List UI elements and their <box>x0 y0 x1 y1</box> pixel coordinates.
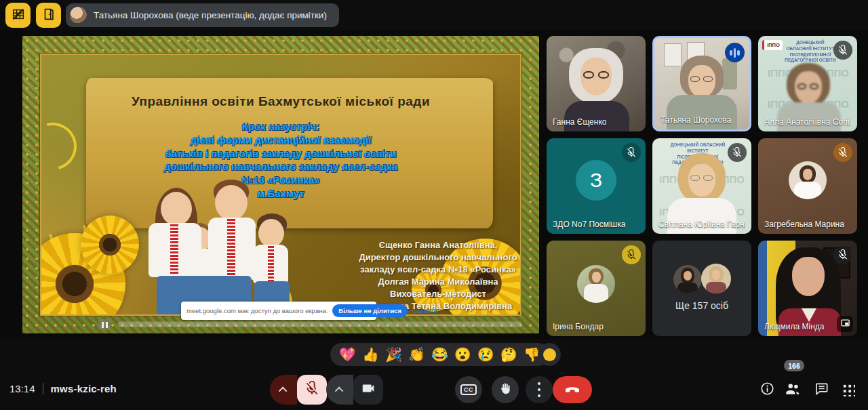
control-bar: 13:14 mws-kzic-reh CC 166 <box>0 369 868 410</box>
participant-avatar <box>673 265 702 293</box>
mic-toggle-button[interactable] <box>297 375 327 405</box>
grid-slash-icon <box>11 7 26 24</box>
video-progress-bar[interactable] <box>117 321 522 327</box>
presenter-avatar <box>70 7 87 24</box>
meeting-stage: Управління освіти Бахмутської міської ра… <box>0 30 868 339</box>
skin-tone-icon <box>543 348 556 361</box>
participant-tile[interactable]: ІППО ДОНЕЦЬКИЙ ОБЛАСНИЙ ІНСТИТУТ ПІСЛЯДИ… <box>758 36 857 131</box>
show-people-button[interactable] <box>784 381 802 398</box>
reaction-heart[interactable]: 💖 <box>339 348 356 361</box>
pip-icon <box>840 318 850 331</box>
camera-toggle-button[interactable] <box>353 375 383 405</box>
subtitle-line: дошкільного навчального закладу ясел-сад… <box>68 160 493 173</box>
more-participants-count: Ще 157 осіб <box>652 300 751 311</box>
camera-icon <box>361 381 376 398</box>
participant-tile-speaking[interactable]: Татьяна Шорохова <box>652 36 751 131</box>
clock-time: 13:14 <box>9 383 35 394</box>
chat-icon <box>814 381 829 399</box>
audio-indicator-icon <box>725 43 745 62</box>
subtitle-line: дієві форми дистанційної взаємодії <box>68 134 493 147</box>
participant-grid: Ганна Єщенко Татьяна Шорохова ІППО ДОНЕЦ… <box>547 36 857 336</box>
hide-banner-link[interactable]: Сховати <box>412 307 437 314</box>
extension-button-1[interactable] <box>5 3 31 28</box>
overflow-participants-tile[interactable]: Ще 157 осіб <box>652 241 751 336</box>
captions-button[interactable]: CC <box>455 376 482 403</box>
reaction-cry[interactable]: 😢 <box>477 348 494 361</box>
credits-line: Вихователь-методист <box>313 288 521 300</box>
mic-off-icon <box>304 381 319 398</box>
chat-button[interactable] <box>812 381 830 398</box>
credits-line: закладу ясел-садка №18 «Росинка» <box>313 264 521 276</box>
mic-muted-icon <box>833 41 852 60</box>
mic-muted-icon <box>622 143 641 162</box>
participant-avatar <box>577 265 615 303</box>
reaction-party[interactable]: 🎉 <box>385 348 402 361</box>
mic-options-button[interactable] <box>270 375 297 405</box>
meeting-details-button[interactable] <box>758 381 776 398</box>
participant-tile[interactable]: Загребельна Марина <box>758 138 857 234</box>
reaction-laugh[interactable]: 😂 <box>431 348 448 361</box>
more-options-button[interactable] <box>526 376 553 403</box>
mic-muted-icon <box>833 143 852 162</box>
credits-line: Єщенко Ганна Анатоліївна, <box>313 239 521 251</box>
participant-count-badge: 166 <box>784 360 804 371</box>
chevron-up-icon <box>278 386 287 395</box>
credits-line: Директор дошкільного навчального <box>313 251 521 264</box>
raise-hand-icon <box>498 382 513 398</box>
screen-share-banner: meet.google.com має доступ до вашого екр… <box>181 302 376 320</box>
presenter-status-pill[interactable]: Татьяна Шорохова (веде презентацію, дода… <box>66 3 339 27</box>
share-banner-text: meet.google.com має доступ до вашого екр… <box>186 307 328 314</box>
info-icon <box>760 381 775 399</box>
top-bar: Татьяна Шорохова (веде презентацію, дода… <box>0 0 868 30</box>
participant-name: Татьяна Шорохова <box>660 115 731 125</box>
camera-button-group <box>326 375 383 405</box>
mic-muted-icon <box>833 245 852 264</box>
participant-name: Світлана Юріївна Гарна <box>658 220 745 229</box>
slide-background: Управління освіти Бахмутської міської ра… <box>40 54 521 316</box>
raise-hand-button[interactable] <box>492 376 519 403</box>
sunflower-decoration <box>81 216 139 274</box>
participant-avatar <box>789 161 827 199</box>
apps-grid-icon <box>842 383 855 396</box>
institute-header: ДОНЕЦЬКИЙ ОБЛАСНИЙ ІНСТИТУТ ПІСЛЯДИПЛОМН… <box>784 40 837 64</box>
participant-tile[interactable]: З ЗДО No7 Посмішка <box>547 138 646 234</box>
reaction-thinking[interactable]: 🤔 <box>500 348 517 361</box>
subtitle-line: Крок назустріч: <box>68 120 493 134</box>
mic-button-group <box>270 375 327 405</box>
participant-name: ЗДО No7 Посмішка <box>553 220 625 229</box>
participant-tile[interactable]: Ганна Єщенко <box>547 36 646 131</box>
mic-muted-icon <box>728 143 747 162</box>
participant-name: Загребельна Марина <box>764 220 844 229</box>
participant-name: Ганна Єщенко <box>553 117 606 127</box>
shared-presentation: Управління освіти Бахмутської міської ра… <box>22 36 539 333</box>
door-icon <box>41 7 56 24</box>
pause-button[interactable] <box>98 319 111 330</box>
stop-sharing-button[interactable]: Більше не ділитися <box>332 304 408 317</box>
mic-muted-icon <box>622 245 641 264</box>
pip-button[interactable] <box>837 316 853 332</box>
camera-options-button[interactable] <box>326 375 353 405</box>
slide-title: Управління освіти Бахмутської міської ра… <box>68 94 493 109</box>
avatar-letter: З <box>576 160 616 201</box>
participant-name: Ірина Бондар <box>553 322 604 331</box>
participant-tile[interactable]: ДОНЕЦЬКИЙ ОБЛАСНИЙ ІНСТИТУТ ПІСЛЯДИПЛОМН… <box>652 138 751 234</box>
end-call-icon <box>564 380 581 400</box>
reaction-surprised[interactable]: 😮 <box>454 348 471 361</box>
captions-icon: CC <box>460 384 477 395</box>
subtitle-line: батьків і педагогів закладу дошкільної о… <box>68 147 493 161</box>
activities-button[interactable] <box>840 381 857 398</box>
reaction-thumbs-up[interactable]: 👍 <box>362 348 379 361</box>
end-call-button[interactable] <box>553 376 592 403</box>
meeting-code: mws-kzic-reh <box>51 383 117 394</box>
participant-avatar <box>701 264 731 293</box>
chevron-up-icon <box>334 386 343 395</box>
credits-line: Долгая Марина Миколаївна <box>313 276 521 288</box>
divider <box>43 383 43 394</box>
reaction-clap[interactable]: 👏 <box>408 348 425 361</box>
participant-tile[interactable]: Людмила Мінда <box>758 241 857 336</box>
participant-name: Людмила Мінда <box>764 322 825 331</box>
participant-tile[interactable]: Ірина Бондар <box>547 241 646 336</box>
extension-button-2[interactable] <box>36 3 61 28</box>
reactions-bar: 💖 👍 🎉 👏 😂 😮 😢 🤔 👎 <box>330 343 549 366</box>
skin-tone-selector[interactable] <box>538 343 561 366</box>
